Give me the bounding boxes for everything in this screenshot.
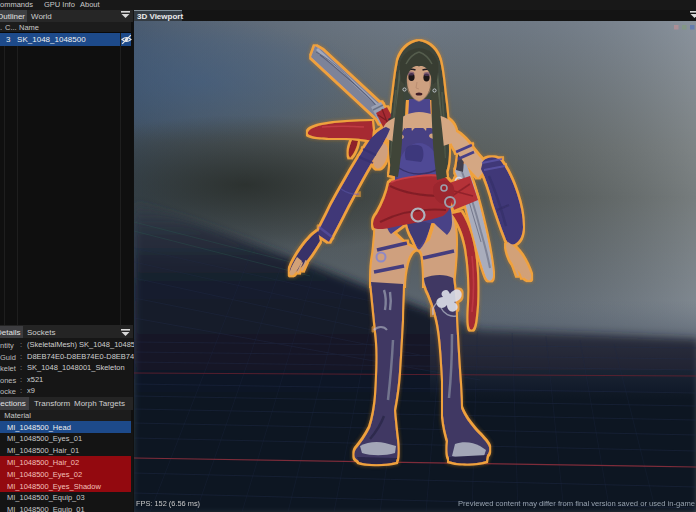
svg-text:Previewed content may differ f: Previewed content may differ from final … bbox=[458, 499, 695, 508]
svg-text:FPS: 152 (6.56 ms): FPS: 152 (6.56 ms) bbox=[136, 499, 200, 508]
